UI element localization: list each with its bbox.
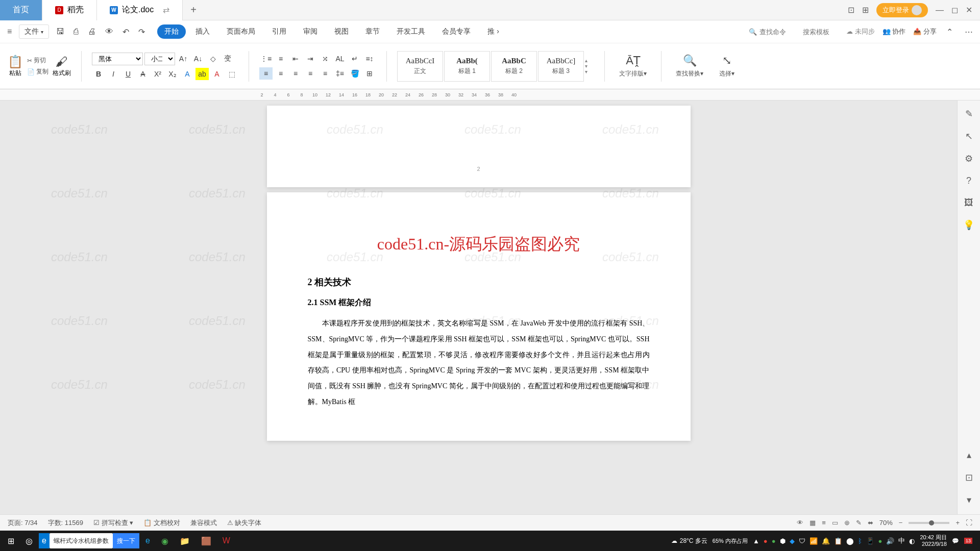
superscript-button[interactable]: X²	[151, 68, 164, 80]
page-current[interactable]: code51.cn-源码乐园盗图必究 2 相关技术 2.1 SSM 框架介绍 本…	[267, 192, 691, 441]
task-view-button[interactable]: ◎	[20, 531, 38, 551]
zoom-level[interactable]: 70%	[879, 519, 893, 527]
edit-icon[interactable]: ✎	[856, 519, 862, 527]
nav-tab-devtools[interactable]: 开发工具	[389, 24, 432, 39]
copy-button[interactable]: 📄 复制	[27, 67, 48, 76]
subscript-button[interactable]: X₂	[166, 68, 179, 80]
zoom-slider[interactable]	[909, 522, 949, 524]
scroll-down-icon[interactable]: ▾	[967, 494, 971, 506]
align-right-button[interactable]: ≡	[289, 67, 302, 80]
page-previous[interactable]: 2	[267, 106, 691, 187]
view-read-icon[interactable]: ▭	[832, 519, 838, 527]
tabs-button[interactable]: AL	[333, 53, 347, 65]
text-effects-button[interactable]: A	[181, 68, 194, 80]
distribute-button[interactable]: ≡	[318, 67, 332, 80]
print-icon[interactable]: 🖨	[86, 25, 98, 38]
style-heading2[interactable]: AaBbC标题 2	[491, 51, 537, 82]
document-area[interactable]: 2 code51.cn-源码乐园盗图必究 2 相关技术 2.1 SSM 框架介绍…	[0, 101, 957, 528]
tab-daoke[interactable]: D稻壳	[42, 0, 97, 20]
tab-home[interactable]: 首页	[0, 0, 42, 20]
ruler[interactable]: 246810121416182022242628303234363840	[0, 89, 980, 101]
style-down-icon[interactable]: ▾	[585, 63, 594, 69]
sync-status[interactable]: ☁ 未同步	[846, 27, 875, 36]
weather-widget[interactable]: ☁ 28°C 多云	[671, 537, 707, 545]
align-left-button[interactable]: ≡	[259, 67, 273, 80]
missing-fonts[interactable]: ⚠ 缺失字体	[227, 518, 262, 528]
zoom-in-button[interactable]: +	[955, 519, 960, 527]
strikethrough-button[interactable]: A	[136, 68, 150, 80]
line-spacing-button[interactable]: ≡↕	[363, 53, 376, 65]
more-icon[interactable]: ⋯	[963, 25, 975, 39]
preview-icon[interactable]: 👁	[103, 25, 115, 38]
bluetooth-icon[interactable]: ᛒ	[858, 537, 862, 545]
nav-tab-chapter[interactable]: 章节	[358, 24, 387, 39]
proofread[interactable]: 📋 文档校对	[143, 518, 180, 528]
format-painter-button[interactable]: 🖌格式刷	[53, 55, 71, 78]
show-marks-button[interactable]: ↵	[348, 53, 361, 65]
font-color-button[interactable]: A	[210, 68, 224, 80]
tray-icon[interactable]: 🛡	[799, 537, 805, 545]
tab-document[interactable]: W论文.doc⇄	[97, 0, 183, 20]
settings-icon[interactable]: ⚙	[965, 153, 973, 164]
browser-search[interactable]: e 螺杆式冷水机组参数 搜一下	[39, 531, 139, 551]
apps-icon[interactable]: ⊞	[862, 5, 869, 15]
indent-increase-button[interactable]: ⇥	[304, 53, 317, 65]
notification-icon[interactable]: 💬	[952, 538, 959, 544]
tray-icon[interactable]: ⬤	[846, 537, 854, 545]
memory-widget[interactable]: 65% 内存占用	[713, 537, 748, 545]
nav-tab-start[interactable]: 开始	[157, 24, 186, 39]
maximize-button[interactable]: ◻	[951, 5, 958, 15]
italic-button[interactable]: I	[107, 68, 120, 80]
justify-button[interactable]: ≡	[304, 67, 317, 80]
ie-button[interactable]: e	[140, 531, 155, 551]
clock[interactable]: 20:42 周日2022/9/18	[920, 534, 947, 547]
heading-3[interactable]: 2.1 SSM 框架介绍	[308, 297, 650, 308]
paste-button[interactable]: 📋粘贴	[8, 55, 23, 78]
share-icon[interactable]: ⎙	[71, 25, 81, 38]
view-web-icon[interactable]: ⊕	[844, 519, 850, 527]
nav-tab-view[interactable]: 视图	[327, 24, 356, 39]
phonetic-button[interactable]: 变	[221, 53, 234, 65]
select-button[interactable]: ⤡选择▾	[715, 54, 739, 78]
tray-icon[interactable]: ●	[764, 537, 768, 545]
borders-button[interactable]: ⊞	[363, 67, 376, 80]
tray-icon[interactable]: ◐	[909, 537, 915, 545]
help-icon[interactable]: ?	[966, 176, 971, 186]
style-up-icon[interactable]: ▴	[585, 58, 594, 63]
nav-tab-layout[interactable]: 页面布局	[219, 24, 262, 39]
image-icon[interactable]: 🖼	[964, 197, 973, 208]
view-outline-icon[interactable]: ≡	[822, 519, 826, 527]
highlight-button[interactable]: ab	[195, 68, 209, 80]
cut-button[interactable]: ✂ 剪切	[27, 56, 48, 65]
tray-icon[interactable]: ●	[772, 537, 776, 545]
command-search[interactable]: 🔍	[749, 28, 795, 36]
font-size-select[interactable]: 小二	[144, 53, 175, 65]
pen-icon[interactable]: ✎	[965, 108, 973, 119]
command-search-input[interactable]	[760, 28, 795, 36]
tab-add-button[interactable]: +	[183, 4, 204, 16]
find-replace-button[interactable]: 🔍查找替换▾	[672, 54, 707, 78]
page-indicator[interactable]: 页面: 7/34	[8, 518, 38, 528]
word-count[interactable]: 字数: 11569	[48, 518, 83, 528]
minimize-button[interactable]: —	[936, 6, 944, 15]
pointer-icon[interactable]: ↖	[965, 131, 973, 142]
font-name-select[interactable]: 黑体	[92, 53, 143, 65]
paragraph-body[interactable]: 本课题程序开发使用到的框架技术，英文名称缩写是 SSM，在 JavaWeb 开发…	[308, 316, 650, 410]
collapse-ribbon-icon[interactable]: ⌃	[944, 25, 955, 39]
volume-icon[interactable]: 🔔	[822, 537, 830, 545]
nav-tab-review[interactable]: 审阅	[296, 24, 325, 39]
heading-2[interactable]: 2 相关技术	[308, 276, 650, 288]
wifi-icon[interactable]: 📶	[810, 537, 818, 545]
grid-icon[interactable]: ⊡	[848, 5, 854, 15]
collab-button[interactable]: 👥 协作	[883, 27, 906, 36]
close-button[interactable]: ✕	[966, 5, 972, 15]
tray-icon[interactable]: ▲	[753, 537, 760, 545]
ime-icon[interactable]: 中	[898, 536, 905, 545]
align-center-button[interactable]: ≡	[274, 67, 287, 80]
shading-button[interactable]: 🪣	[348, 67, 361, 80]
indent-decrease-button[interactable]: ⇤	[289, 53, 302, 65]
style-normal[interactable]: AaBbCcI正文	[397, 51, 443, 82]
hamburger-icon[interactable]: ≡	[5, 25, 14, 38]
system-tray[interactable]: ▲ ● ● ⬢ ◆ 🛡 📶 🔔 📋 ⬤ ᛒ 📱 ● 🔊 中 ◐	[753, 536, 915, 545]
sound-icon[interactable]: 🔊	[886, 537, 894, 545]
